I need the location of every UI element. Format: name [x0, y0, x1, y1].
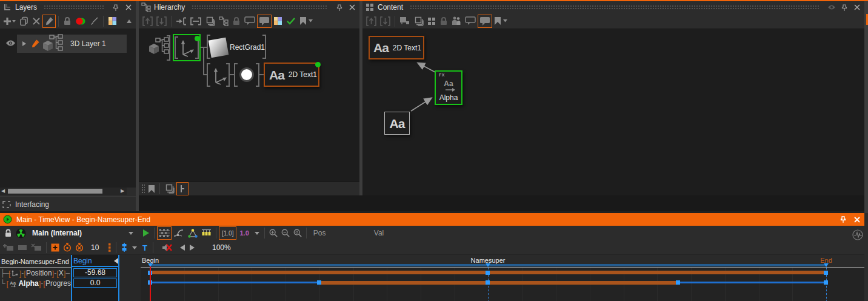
layer-visibility-eye-icon[interactable]	[5, 39, 16, 47]
bookmark-dropdown-icon[interactable]	[298, 15, 316, 28]
rectgrad-node-icon[interactable]	[209, 38, 229, 58]
layers-drag-grip[interactable]	[44, 5, 104, 10]
content-node-text-source[interactable]: Aa	[384, 112, 410, 135]
content-drag-grip[interactable]	[410, 5, 820, 10]
bubble-filled-icon[interactable]	[257, 15, 272, 28]
bubble-outline-icon[interactable]	[242, 15, 257, 28]
check-green-icon[interactable]	[284, 15, 298, 28]
plus-dropdown-icon[interactable]	[2, 15, 18, 28]
key-insert-icon[interactable]	[119, 241, 130, 254]
stack-sheets-icon[interactable]	[203, 15, 217, 28]
track-row-label[interactable]: ├─[]-[Position]-[X] –	[0, 268, 71, 278]
scroll-right-arrow[interactable]: ▶	[119, 188, 125, 195]
performance-wave-icon[interactable]	[852, 229, 863, 240]
play-green-icon[interactable]	[141, 226, 152, 240]
keyframe[interactable]	[486, 271, 490, 275]
track-group-label[interactable]: Begin-Namesuper-End	[1, 258, 69, 265]
h-bracket-icon[interactable]	[189, 15, 203, 28]
lock-icon[interactable]	[61, 15, 73, 28]
dd-arrow-icon[interactable]	[126, 226, 136, 240]
scrollbar-thumb[interactable]	[8, 189, 102, 194]
close-icon[interactable]	[347, 2, 357, 12]
marker-triangle-end[interactable]	[824, 263, 829, 267]
track-box-icon[interactable]	[16, 241, 29, 254]
curve-icon[interactable]	[172, 226, 186, 240]
dopesheet-icon[interactable]	[157, 226, 172, 240]
toolbar-text-100-[interactable]: 100%	[209, 241, 239, 254]
timeview-titlebar[interactable]: Main - TimeView - Begin-Namesuper-End	[0, 213, 864, 226]
stack-sheets-icon[interactable]	[412, 15, 426, 28]
duplicate-icon[interactable]	[18, 15, 30, 28]
2d-text-node-selected[interactable]: Aa 2D Text1	[264, 63, 319, 87]
zoom-reset-icon[interactable]	[292, 226, 304, 240]
overflow-up-icon[interactable]	[124, 15, 134, 28]
red-green-balls-icon[interactable]	[73, 15, 88, 28]
yellow-bars-icon[interactable]	[199, 226, 213, 240]
keyframe[interactable]	[676, 280, 680, 285]
dd-arrow-icon[interactable]	[130, 241, 139, 254]
close-icon[interactable]	[124, 2, 133, 12]
marker-triangle-namesuper[interactable]	[486, 263, 490, 267]
track-1-anim-segment[interactable]	[319, 281, 678, 285]
toolbar-text-1-0[interactable]: 1.0	[236, 226, 252, 240]
brush-icon[interactable]	[88, 15, 101, 28]
keyframe[interactable]	[317, 280, 321, 285]
toolbar-text-main-internal-[interactable]: Main (Internal)	[29, 226, 114, 240]
content-node-2d-text1[interactable]: Aa 2D Text1	[369, 36, 424, 59]
pencil-icon[interactable]	[42, 15, 56, 28]
blue-t-icon[interactable]: T	[139, 241, 150, 254]
track-row-label[interactable]: └[Aa Alpha]-[Progres	[0, 279, 71, 288]
grid4-icon[interactable]	[426, 15, 438, 28]
stopwatch-off-icon[interactable]	[73, 241, 85, 254]
value-column-header[interactable]: Begin	[73, 257, 92, 265]
rectgrad-node-label[interactable]: RectGrad1	[230, 43, 265, 52]
keyframe[interactable]	[824, 271, 828, 275]
tri-color-icon[interactable]	[186, 226, 199, 240]
keyframe[interactable]	[824, 280, 828, 285]
bookmark-dropdown-icon[interactable]	[492, 15, 510, 28]
track-add-icon[interactable]	[1, 241, 16, 254]
arrow-into-bracket-icon[interactable]	[174, 15, 189, 28]
close-icon[interactable]	[852, 215, 862, 225]
bracket-arrow-down-icon[interactable]	[155, 15, 169, 28]
toolbar-text--1-0-[interactable]: [1.0]	[219, 226, 236, 240]
expand-arrow-icon[interactable]	[19, 39, 29, 49]
mute-red-icon[interactable]	[159, 241, 174, 254]
layer-row-3d-layer-1[interactable]: 3D Layer 1	[17, 35, 127, 53]
material-circle-node[interactable]	[239, 67, 254, 82]
node-flag-icon[interactable]	[398, 15, 412, 28]
content-canvas[interactable]: Aa 2D Text1 FX Aa Alpha Aa	[362, 29, 864, 195]
orange-dots-icon[interactable]	[106, 241, 113, 254]
pin-icon[interactable]	[335, 2, 344, 12]
next-tri-icon[interactable]	[187, 241, 197, 254]
bracket-arrow-down-icon[interactable]	[378, 15, 392, 28]
track-value-field[interactable]: -59.68	[73, 268, 117, 277]
pin-icon[interactable]	[111, 2, 121, 12]
scroll-left-arrow[interactable]: ◀	[0, 188, 6, 195]
tree-small-icon[interactable]	[217, 15, 230, 28]
track-1-const-segment[interactable]	[150, 282, 319, 283]
eye-icon[interactable]	[827, 2, 836, 12]
hierarchy-drag-grip[interactable]	[192, 5, 328, 10]
anim-node-icon[interactable]	[14, 226, 28, 240]
keyframe[interactable]	[486, 280, 490, 285]
people-icon[interactable]	[450, 15, 463, 28]
content-node-alpha[interactable]: FX Aa Alpha	[435, 70, 462, 105]
palette-icon[interactable]	[106, 15, 119, 28]
track-tick-icon[interactable]	[176, 182, 189, 195]
lock-light-icon[interactable]	[2, 226, 14, 240]
edit-layer-pencil-icon[interactable]	[30, 39, 40, 49]
bubble-filled-icon[interactable]	[478, 15, 492, 28]
bracket-arrow-up-icon[interactable]	[141, 15, 155, 28]
playhead[interactable]	[150, 266, 151, 301]
zoom-out-icon[interactable]	[279, 226, 292, 240]
bubble-outline-icon[interactable]	[463, 15, 478, 28]
interfacing-collapsed-panel[interactable]: Interfacing	[0, 196, 136, 212]
lock-dim-icon[interactable]	[230, 15, 242, 28]
hierarchy-canvas[interactable]: RectGrad1 Aa 2D Text1	[139, 29, 359, 181]
dd-arrow-icon[interactable]	[252, 226, 262, 240]
bookmark-icon[interactable]	[146, 182, 157, 195]
collapse-column-arrow[interactable]	[114, 258, 118, 264]
lock-dim-icon[interactable]	[438, 15, 450, 28]
track-1-const-segment[interactable]	[678, 282, 826, 283]
